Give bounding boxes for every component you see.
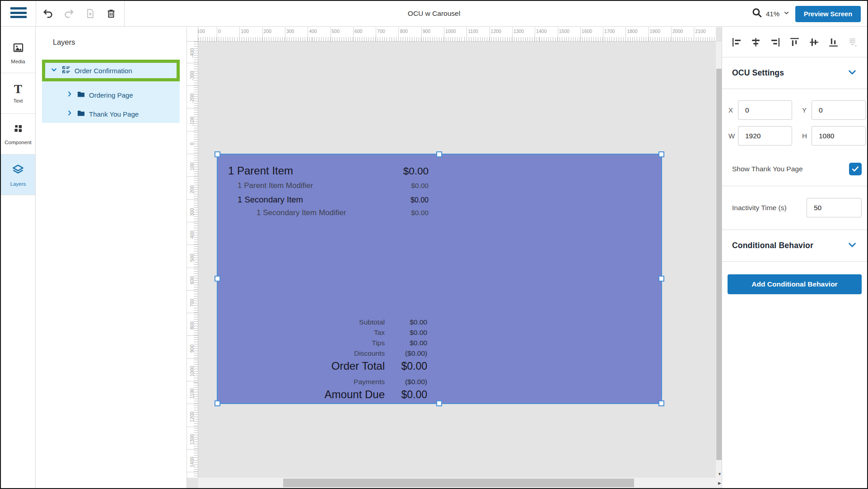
layer-row-ordering-page[interactable]: Ordering Page (42, 85, 180, 104)
folder-icon (77, 90, 85, 100)
conditional-behavior-title: Conditional Behavior (732, 241, 813, 250)
ruler-corner (187, 27, 198, 42)
ruler-label: 1800 (627, 28, 637, 34)
show-thank-you-label: Show Thank You Page (732, 165, 803, 173)
annotation-highlight: Order Confirmation (42, 60, 180, 81)
conditional-button-area: Add Conditional Behavior (722, 262, 867, 307)
ruler-tick (625, 27, 626, 41)
field-input-h[interactable] (812, 126, 866, 146)
resize-handle-nw[interactable] (215, 151, 220, 157)
trash-icon[interactable] (104, 7, 118, 20)
ruler-tick (217, 27, 217, 41)
ruler-tick (535, 27, 535, 41)
resize-handle-ne[interactable] (658, 151, 664, 157)
align-top-icon[interactable] (789, 36, 800, 48)
chevron-down-icon[interactable] (50, 66, 58, 75)
zoom-control[interactable]: 41% (751, 7, 790, 20)
item-name: 1 Parent Item (228, 165, 379, 177)
item-name: 1 Secondary Item (238, 195, 379, 205)
ruler-label: 200 (264, 28, 272, 34)
hamburger-menu-icon[interactable] (10, 7, 27, 20)
ruler-label: 2100 (695, 28, 705, 34)
top-bar: OCU w Carousel 41% Preview Screen (1, 1, 867, 27)
ruler-label: 300 (187, 202, 197, 222)
horizontal-scrollbar-thumb[interactable] (283, 479, 634, 487)
zoom-level[interactable]: 41% (766, 10, 779, 18)
field-input-x[interactable] (738, 100, 792, 120)
ruler-tick (187, 404, 198, 404)
field-label-w: W (728, 132, 734, 140)
add-conditional-behavior-button[interactable]: Add Conditional Behavior (728, 274, 862, 294)
chevron-right-icon[interactable] (66, 109, 73, 118)
ocu-settings-title: OCU Settings (732, 68, 784, 78)
resize-handle-w[interactable] (215, 276, 220, 282)
ruler-label: 500 (187, 248, 197, 268)
align-right-icon[interactable] (770, 36, 781, 48)
text-icon: T (14, 84, 22, 95)
preview-screen-button[interactable]: Preview Screen (795, 6, 861, 22)
sidebar-item-text[interactable]: TText (1, 73, 35, 114)
layer-label: Ordering Page (89, 91, 133, 99)
align-left-icon[interactable] (731, 36, 742, 48)
item-price: $0.00 (379, 209, 429, 217)
app-window: OCU w Carousel 41% Preview Screen MediaT… (0, 0, 868, 489)
chevron-down-icon[interactable] (783, 9, 790, 19)
layer-row-thank-you-page[interactable]: Thank You Page (42, 104, 180, 123)
canvas-area[interactable]: -100010020030040050060070080090010001100… (187, 27, 723, 488)
inactivity-time-row: Inactivity Time (s) (722, 186, 867, 230)
resize-handle-e[interactable] (658, 276, 664, 282)
show-thank-you-checkbox[interactable] (849, 163, 862, 175)
ruler-label: 1400 (187, 452, 197, 472)
ocu-settings-header[interactable]: OCU Settings (722, 57, 867, 89)
chevron-down-icon[interactable] (847, 240, 857, 252)
resize-handle-s[interactable] (436, 400, 442, 406)
ruler-label: 1000 (187, 361, 197, 381)
total-value: $0.00 (385, 318, 427, 326)
resize-handle-sw[interactable] (215, 400, 220, 406)
ruler-tick (376, 27, 376, 41)
item-name: 1 Secondary Item Modifier (257, 208, 379, 217)
resize-handle-se[interactable] (658, 400, 664, 406)
total-value: $0.00 (385, 389, 427, 401)
ruler-tick (694, 27, 694, 41)
ruler-label: 100 (187, 156, 197, 176)
distribute-icon (847, 36, 859, 48)
total-label: Tips (372, 339, 385, 347)
field-label-y: Y (802, 106, 807, 114)
align-bottom-icon[interactable] (827, 36, 839, 48)
ruler-tick (187, 449, 198, 450)
redo-icon (62, 7, 76, 20)
inspector-panel: OCU Settings XYWH Show Thank You Page In… (722, 27, 867, 488)
receipt-total-row: Amount Due$0.00 (228, 388, 429, 404)
chevron-down-icon[interactable] (847, 67, 857, 79)
field-input-y[interactable] (812, 100, 866, 120)
total-value: $0.00 (385, 360, 427, 372)
horizontal-scrollbar[interactable] (198, 478, 716, 488)
ruler-label: 500 (332, 28, 340, 34)
selected-component-order-confirmation[interactable]: 1 Parent Item$0.001 Parent Item Modifier… (217, 154, 662, 404)
sidebar-item-label: Text (13, 98, 23, 103)
ruler-tick (603, 27, 603, 41)
sidebar-item-media[interactable]: Media (1, 33, 35, 73)
toolbar-divider (36, 1, 36, 26)
toolbar-divider (124, 1, 125, 26)
ruler-tick (187, 472, 198, 472)
ruler-tick (490, 27, 490, 41)
chevron-right-icon[interactable] (66, 90, 73, 99)
ruler-label: 800 (187, 315, 197, 335)
ruler-label: 100 (241, 28, 249, 34)
resize-handle-n[interactable] (436, 151, 442, 157)
layer-row-order-confirmation[interactable]: Order Confirmation (45, 63, 177, 78)
sidebar-item-component[interactable]: Component (1, 114, 35, 155)
align-horizontal-center-icon[interactable] (750, 36, 762, 48)
conditional-behavior-header[interactable]: Conditional Behavior (722, 230, 867, 262)
inactivity-time-input[interactable] (807, 198, 862, 217)
total-label: Amount Due (325, 388, 385, 401)
align-vertical-center-icon[interactable] (808, 36, 820, 48)
ruler-label: -400 (187, 43, 197, 63)
field-input-w[interactable] (738, 126, 792, 146)
sidebar-item-layers[interactable]: Layers (1, 155, 35, 195)
ruler-tick (262, 27, 263, 41)
undo-icon[interactable] (41, 7, 55, 20)
layers-panel-title: Layers (53, 38, 75, 47)
